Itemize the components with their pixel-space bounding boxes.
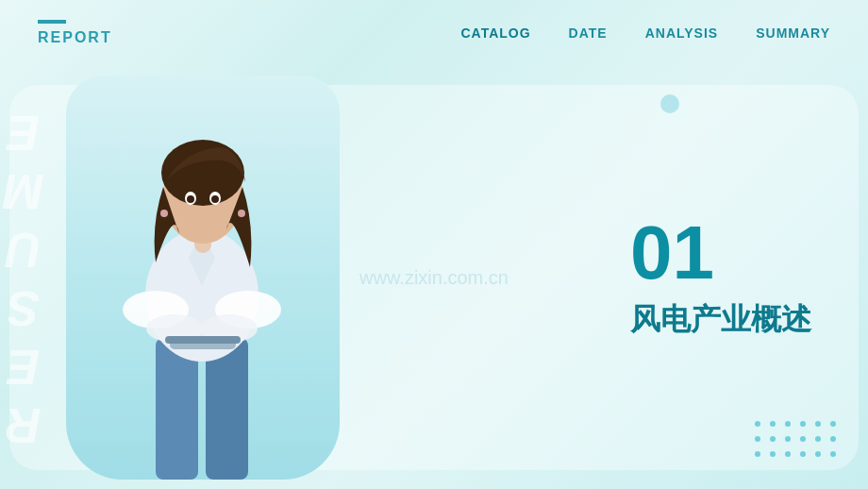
svg-point-13: [187, 195, 194, 203]
nav-catalog[interactable]: CATALOG: [460, 25, 530, 41]
dot-6: [830, 421, 836, 427]
svg-point-16: [238, 210, 245, 217]
navigation: CATALOG DATE ANALYSIS SUMMARY: [460, 25, 830, 41]
dot-12: [830, 436, 836, 442]
section-number: 01: [630, 215, 811, 291]
dot-17: [815, 451, 821, 457]
section-title: 风电产业概述: [630, 300, 811, 340]
person-container: [47, 76, 359, 480]
dot-10: [800, 436, 806, 442]
dot-16: [800, 451, 806, 457]
logo-text: REPORT: [38, 29, 112, 46]
nav-summary[interactable]: SUMMARY: [756, 25, 830, 41]
logo-area: REPORT: [38, 20, 112, 46]
dot-2: [770, 421, 776, 427]
dot-5: [815, 421, 821, 427]
resume-sidebar: RESUME: [0, 66, 47, 489]
dot-13: [755, 451, 760, 457]
nav-analysis[interactable]: ANALYSIS: [645, 25, 719, 41]
logo-bar-decoration: [38, 20, 66, 24]
svg-rect-18: [165, 336, 241, 344]
dot-8: [770, 436, 776, 442]
header: REPORT CATALOG DATE ANALYSIS SUMMARY: [0, 0, 868, 66]
main-content: www.zixin.com.cn RESUME: [0, 66, 868, 489]
svg-point-14: [211, 195, 219, 203]
dot-9: [785, 436, 791, 442]
dot-11: [815, 436, 821, 442]
dot-1: [755, 421, 760, 427]
resume-label: RESUME: [0, 102, 52, 453]
dots-decoration: [755, 421, 840, 461]
dot-3: [785, 421, 791, 427]
dot-7: [755, 436, 760, 442]
decorative-circle: [660, 94, 679, 113]
dot-15: [785, 451, 791, 457]
svg-point-15: [160, 210, 168, 217]
person-figure: [80, 111, 326, 480]
nav-date[interactable]: DATE: [569, 25, 608, 41]
dot-4: [800, 421, 806, 427]
section-content: 01 风电产业概述: [630, 215, 811, 340]
dot-14: [770, 451, 776, 457]
dot-18: [830, 451, 836, 457]
